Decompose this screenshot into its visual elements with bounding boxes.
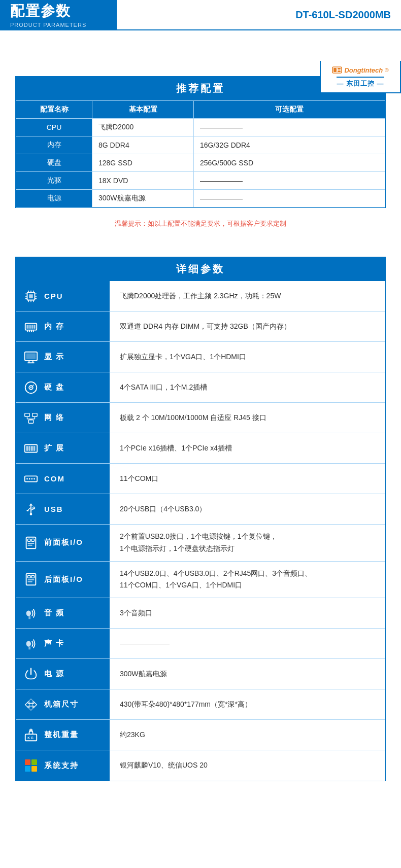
svg-point-70	[26, 610, 31, 616]
detail-label-text: 后面板I/O	[44, 575, 83, 584]
detail-row-size: 机箱尺寸 430(带耳朵480)*480*177mm（宽*深*高）	[16, 689, 385, 720]
detail-value-display: 扩展独立显卡，1个VGA口、1个HDMI口	[110, 342, 385, 372]
detail-section: 详细参数 CPU 飞腾D2000处理器，工作主频 2.3GHz，功耗：25W 内…	[15, 257, 386, 781]
detail-label-text: 电 源	[44, 669, 64, 679]
detail-row-power: 电 源 300W航嘉电源	[16, 659, 385, 689]
svg-rect-61	[27, 539, 30, 541]
detail-value-size: 430(带耳朵480)*480*177mm（宽*深*高）	[110, 689, 385, 719]
svg-rect-69	[27, 581, 32, 582]
col-optional: 可选配置	[194, 101, 385, 119]
row-optional: 16G/32G DDR4	[194, 136, 385, 154]
detail-label-os: 系统支持	[16, 750, 110, 781]
table-row: 光驱 18X DVD ——————	[16, 172, 385, 190]
svg-rect-25	[29, 330, 30, 332]
row-optional: ——————	[194, 119, 385, 136]
detail-label-front-io: 前面板I/O	[16, 525, 110, 561]
detail-label-sound: 声 卡	[16, 629, 110, 658]
svg-point-50	[26, 478, 28, 479]
cpu-icon	[23, 288, 39, 304]
row-basic: 18X DVD	[92, 172, 194, 190]
detail-label-text: COM	[44, 474, 65, 483]
detail-value-sound: ———————	[110, 629, 385, 658]
svg-point-58	[33, 507, 35, 509]
detail-label-size: 机箱尺寸	[16, 689, 110, 719]
title-box: 配置参数 PRODUCT PARAMETERS	[0, 0, 117, 29]
svg-rect-5	[29, 294, 33, 298]
col-basic: 基本配置	[92, 101, 194, 119]
weight-icon: KG	[23, 727, 39, 743]
svg-rect-62	[31, 539, 35, 541]
svg-rect-47	[31, 446, 33, 450]
svg-marker-73	[28, 699, 34, 710]
page-title-zh: 配置参数	[10, 2, 107, 21]
detail-value-mem: 双通道 DDR4 内存 DIMM，可支持 32GB（国产内存）	[110, 311, 385, 341]
detail-label-text: USB	[44, 505, 63, 513]
detail-row-net: 网 络 板载 2 个 10M/100M/1000M 自适应 RJ45 接口	[16, 403, 385, 433]
row-basic: 8G DDR4	[92, 136, 194, 154]
detail-label-text: 声 卡	[44, 639, 64, 648]
svg-rect-20	[28, 325, 29, 329]
page-header: 配置参数 PRODUCT PARAMETERS DT-610L-SD2000MB	[0, 0, 401, 30]
detail-row-com: COM 11个COM口	[16, 464, 385, 494]
detail-label-audio: 音 频	[16, 598, 110, 628]
row-name: 硬盘	[16, 154, 92, 172]
detail-value-com: 11个COM口	[110, 464, 385, 494]
expand-icon	[23, 440, 39, 457]
io-icon	[23, 571, 39, 587]
detail-row-expand: 扩 展 1个PCIe x16插槽、1个PCIe x4插槽	[16, 433, 385, 464]
detail-label-weight: KG 整机重量	[16, 720, 110, 750]
detail-row-audio: 音 频 3个音频口	[16, 598, 385, 629]
recommended-table: 配置名称 基本配置 可选配置 CPU 飞腾D2000 —————— 内存 8G …	[16, 100, 385, 207]
row-optional: ——————	[194, 190, 385, 207]
svg-rect-45	[26, 446, 28, 450]
audio-icon	[23, 636, 39, 652]
audio-icon	[23, 605, 39, 621]
detail-label-text: 显 示	[44, 352, 64, 362]
svg-rect-24	[27, 330, 28, 332]
display-icon	[23, 349, 39, 365]
svg-rect-22	[32, 325, 34, 329]
svg-rect-2	[338, 68, 341, 70]
svg-marker-72	[25, 702, 37, 707]
hdd-icon	[23, 379, 39, 396]
table-row: 电源 300W航嘉电源 ——————	[16, 190, 385, 207]
detail-label-usb: USB	[16, 494, 110, 524]
svg-rect-3	[338, 71, 341, 72]
row-basic: 128G SSD	[92, 154, 194, 172]
svg-rect-46	[28, 446, 30, 450]
svg-rect-63	[27, 543, 34, 544]
detail-label-display: 显 示	[16, 342, 110, 372]
detail-value-hdd: 4个SATA III口，1个M.2插槽	[110, 372, 385, 402]
detail-value-front-io: 2个前置USB2.0接口，1个电源按键，1个复位键，1个电源指示灯，1个硬盘状态…	[110, 525, 385, 561]
row-basic: 300W航嘉电源	[92, 190, 194, 207]
svg-point-52	[31, 478, 32, 479]
svg-rect-64	[27, 545, 32, 546]
detail-label-mem: 内 存	[16, 311, 110, 341]
detail-row-rear-io: 后面板I/O 14个USB2.0口、4个USB3.0口、2个RJ45网口、3个音…	[16, 562, 385, 599]
detail-rows-container: CPU 飞腾D2000处理器，工作主频 2.3GHz，功耗：25W 内 存 双通…	[16, 281, 385, 781]
mem-icon	[23, 319, 39, 335]
svg-point-35	[30, 387, 32, 388]
os-icon	[23, 757, 39, 774]
detail-row-cpu: CPU 飞腾D2000处理器，工作主频 2.3GHz，功耗：25W	[16, 281, 385, 311]
tip-text: 温馨提示：如以上配置不能满足要求，可根据客户要求定制	[0, 213, 401, 231]
detail-row-display: 显 示 扩展独立显卡，1个VGA口、1个HDMI口	[16, 342, 385, 372]
detail-section-title: 详细参数	[16, 257, 385, 281]
detail-value-weight: 约23KG	[110, 720, 385, 750]
row-name: 内存	[16, 136, 92, 154]
col-name: 配置名称	[16, 101, 92, 119]
detail-value-usb: 20个USB口（4个USB3.0）	[110, 494, 385, 524]
detail-label-text: 硬 盘	[44, 383, 64, 392]
svg-rect-39	[28, 420, 33, 423]
svg-rect-32	[26, 353, 36, 359]
row-optional: 256G/500G SSD	[194, 154, 385, 172]
detail-row-front-io: 前面板I/O 2个前置USB2.0接口，1个电源按键，1个复位键，1个电源指示灯…	[16, 525, 385, 562]
detail-row-weight: KG 整机重量 约23KG	[16, 720, 385, 750]
detail-value-os: 银河麒麟V10、统信UOS 20	[110, 750, 385, 781]
detail-value-cpu: 飞腾D2000处理器，工作主频 2.3GHz，功耗：25W	[110, 281, 385, 311]
detail-label-text: 内 存	[44, 322, 64, 331]
detail-label-com: COM	[16, 464, 110, 494]
svg-rect-68	[27, 579, 34, 580]
detail-label-text: 音 频	[44, 608, 64, 618]
detail-value-expand: 1个PCIe x16插槽、1个PCIe x4插槽	[110, 433, 385, 463]
